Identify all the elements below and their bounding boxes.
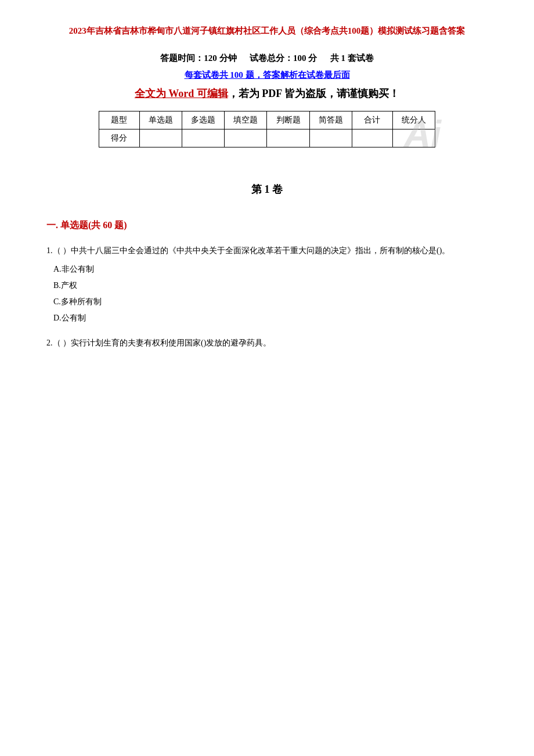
score-single (139, 129, 182, 147)
option-1d: D.公有制 (53, 310, 488, 326)
score-scorer (392, 129, 435, 147)
score-table: 题型 单选题 多选题 填空题 判断题 简答题 合计 统分人 得分 (99, 111, 435, 147)
option-1a: A.非公有制 (53, 261, 488, 278)
score-multi (182, 129, 224, 147)
score-total (352, 129, 392, 147)
notice2-part2: ，若为 PDF 皆为盗版，请谨慎购买！ (228, 88, 399, 99)
total-label: 试卷总分：100 分 (250, 53, 317, 63)
question-1-text: 1.（ ）中共十八届三中全会通过的《中共中央关于全面深化改革若干重大问题的决定》… (46, 243, 488, 258)
option-1c: C.多种所有制 (53, 294, 488, 310)
question-1: 1.（ ）中共十八届三中全会通过的《中共中央关于全面深化改革若干重大问题的决定》… (46, 243, 488, 326)
question-2: 2.（ ）实行计划生育的夫妻有权利使用国家()发放的避孕药具。 (46, 336, 488, 350)
col-header-type: 题型 (99, 111, 140, 129)
notice2: 全文为 Word 可编辑，若为 PDF 皆为盗版，请谨慎购买！ (46, 87, 488, 100)
sets-label: 共 1 套试卷 (330, 53, 374, 63)
meta-line: 答题时间：120 分钟 试卷总分：100 分 共 1 套试卷 (46, 53, 488, 64)
col-header-single: 单选题 (139, 111, 182, 129)
section1-title: 一. 单选题(共 60 题) (46, 219, 488, 232)
col-header-fill: 填空题 (225, 111, 267, 129)
row-label-score: 得分 (99, 129, 140, 147)
main-title: 2023年吉林省吉林市桦甸市八道河子镇红旗村社区工作人员（综合考点共100题）模… (46, 23, 488, 39)
notice1: 每套试卷共 100 题，答案解析在试卷最后面 (46, 70, 488, 81)
col-header-judge: 判断题 (267, 111, 309, 129)
question-2-text: 2.（ ）实行计划生育的夫妻有权利使用国家()发放的避孕药具。 (46, 336, 488, 350)
score-fill (225, 129, 267, 147)
volume-title: 第 1 卷 (46, 182, 488, 196)
col-header-multi: 多选题 (182, 111, 224, 129)
score-short (309, 129, 352, 147)
time-label: 答题时间：120 分钟 (160, 53, 236, 63)
option-1b: B.产权 (53, 278, 488, 294)
col-header-short: 简答题 (309, 111, 352, 129)
col-header-scorer: 统分人 (392, 111, 435, 129)
question-1-options: A.非公有制 B.产权 C.多种所有制 D.公有制 (53, 261, 488, 326)
notice2-part1: 全文为 Word 可编辑 (135, 88, 228, 99)
score-judge (267, 129, 309, 147)
col-header-total: 合计 (352, 111, 392, 129)
